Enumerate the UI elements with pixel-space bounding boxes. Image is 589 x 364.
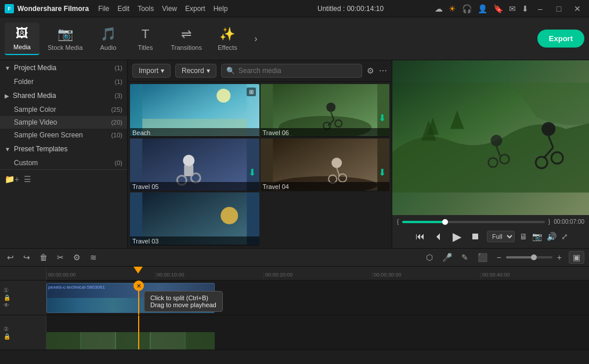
- progress-track[interactable]: [402, 221, 544, 223]
- record-button[interactable]: Record ▾: [175, 64, 216, 78]
- download-travel05-icon[interactable]: ⬇: [248, 167, 256, 178]
- toolbar-audio[interactable]: 🎵 Audio: [91, 23, 126, 54]
- add-folder-icon[interactable]: 📁+: [5, 174, 19, 184]
- play-button[interactable]: ▶: [450, 228, 464, 245]
- pip-button[interactable]: ⬛: [475, 252, 490, 263]
- menu-edit[interactable]: Edit: [117, 5, 129, 13]
- chevron-down-icon-2: ▼: [5, 146, 10, 152]
- step-back-button[interactable]: ⏴: [432, 230, 446, 243]
- toolbar-stock-media[interactable]: 📷 Stock Media: [42, 23, 89, 54]
- timestamp-label: 00:00:07:00: [554, 219, 584, 225]
- import-button[interactable]: Import ▾: [132, 64, 171, 78]
- timeline: ↩ ↪ 🗑 ✂ ⚙ ≋ ⬡ 🎤 ✎ ⬛ − + ▣ 00:00:00:00 00…: [0, 248, 589, 364]
- audio-lock-icon[interactable]: 🔒: [3, 333, 10, 340]
- lock-icon[interactable]: 🔒: [3, 294, 10, 301]
- sample-color-item[interactable]: Sample Color (25): [0, 103, 127, 116]
- right-bracket[interactable]: }: [548, 219, 550, 225]
- download-travel04-icon[interactable]: ⬇: [378, 167, 386, 178]
- search-input[interactable]: [239, 67, 357, 75]
- hide-icon[interactable]: 👁: [3, 302, 10, 308]
- media-item-travel03[interactable]: Travel 03: [130, 192, 259, 246]
- timeline-end-button[interactable]: ▣: [569, 251, 584, 264]
- preview-controls: { } 00:00:07:00 ⏮ ⏴ ▶ ⏹ Full 🖥 📷 🔊: [392, 215, 589, 248]
- delete-button[interactable]: 🗑: [37, 252, 50, 263]
- audio-track-content[interactable]: [46, 315, 589, 350]
- redo-button[interactable]: ↪: [21, 252, 32, 263]
- mask-button[interactable]: ⬡: [424, 252, 435, 263]
- sun-icon[interactable]: ☀: [449, 4, 456, 13]
- media-item-travel05[interactable]: ⬇ Travel 05: [130, 139, 259, 192]
- export-button[interactable]: Export: [537, 30, 584, 48]
- timeline-toolbar: ↩ ↪ 🗑 ✂ ⚙ ≋ ⬡ 🎤 ✎ ⬛ − + ▣: [0, 249, 589, 267]
- media-panel: Import ▾ Record ▾ 🔍 ⚙ ⋯: [128, 60, 392, 248]
- screenshot-icon[interactable]: 📷: [532, 232, 542, 241]
- travel05-label: Travel 05: [130, 182, 259, 191]
- mail-icon[interactable]: ✉: [509, 4, 516, 13]
- dropdown-arrow-icon: ▾: [161, 67, 164, 75]
- cut-button[interactable]: ✂: [55, 252, 66, 263]
- minimize-button[interactable]: –: [533, 4, 547, 13]
- menu-tools[interactable]: Tools: [138, 5, 154, 13]
- logo-icon: F: [5, 4, 14, 13]
- sample-video-item[interactable]: Sample Video (20): [0, 116, 127, 129]
- zoom-track[interactable]: [506, 256, 552, 259]
- preset-templates-header[interactable]: ▼ Preset Templates: [0, 141, 127, 156]
- cloud-icon[interactable]: ☁: [435, 4, 443, 13]
- shared-media-section: ▶ Shared Media (3): [0, 88, 127, 103]
- sample-video-section: Sample Video (20): [0, 116, 127, 129]
- toolbar-transitions[interactable]: ⇌ Transitions: [165, 23, 208, 54]
- annotation-button[interactable]: ✎: [459, 252, 471, 263]
- main-area: ▼ Project Media (1) Folder (1) ▶ Shared …: [0, 60, 589, 248]
- download-icon[interactable]: ⬇: [522, 4, 529, 13]
- list-view-icon[interactable]: ☰: [24, 174, 31, 184]
- video-track-content[interactable]: pexels-c-technical-5803061 ✕ Click to sp…: [46, 281, 589, 315]
- media-item-beach[interactable]: ⊞ Beach: [130, 84, 259, 137]
- project-media-header[interactable]: ▼ Project Media (1): [0, 60, 127, 75]
- zoom-thumb[interactable]: [531, 254, 537, 260]
- progress-thumb[interactable]: [442, 219, 448, 225]
- volume-icon[interactable]: 🔊: [547, 232, 557, 241]
- zoom-in-button[interactable]: +: [555, 252, 564, 263]
- quality-select[interactable]: Full: [487, 231, 515, 242]
- menu-view[interactable]: View: [162, 5, 177, 13]
- maximize-button[interactable]: □: [552, 4, 566, 13]
- custom-item[interactable]: Custom (0): [0, 156, 127, 169]
- bookmark-icon[interactable]: 🔖: [493, 4, 503, 13]
- voice-button[interactable]: 🎤: [440, 252, 454, 263]
- folder-item[interactable]: Folder (1): [0, 75, 127, 88]
- download-travel06-icon[interactable]: ⬇: [378, 112, 386, 123]
- left-panel: ▼ Project Media (1) Folder (1) ▶ Shared …: [0, 60, 128, 248]
- stop-button[interactable]: ⏹: [468, 230, 482, 243]
- undo-button[interactable]: ↩: [5, 252, 16, 263]
- ruler-mark-4: 00:00:40:00: [480, 272, 589, 279]
- media-item-travel04[interactable]: ⬇ Travel 04: [261, 139, 390, 192]
- menu-export[interactable]: Export: [185, 5, 205, 13]
- svg-point-17: [331, 158, 342, 168]
- more-tools-button[interactable]: ›: [247, 17, 265, 60]
- zoom-out-button[interactable]: −: [494, 252, 504, 263]
- audio-mix-button[interactable]: ≋: [88, 252, 99, 263]
- menu-help[interactable]: Help: [214, 5, 228, 13]
- media-item-travel06[interactable]: ⬇ Travel 06: [261, 84, 390, 137]
- sample-color-section: Sample Color (25): [0, 103, 127, 116]
- expand-icon[interactable]: ⤢: [561, 232, 568, 241]
- filter-icon[interactable]: ⚙: [367, 66, 374, 75]
- close-button[interactable]: ✕: [570, 4, 584, 13]
- monitor-icon[interactable]: 🖥: [519, 232, 527, 241]
- ruler-mark-2: 00:00:20:00: [263, 272, 372, 279]
- toolbar-titles[interactable]: T Titles: [128, 23, 163, 54]
- settings-button[interactable]: ⚙: [71, 252, 83, 263]
- zoom-controls: − +: [494, 252, 564, 263]
- grid-view-icon[interactable]: ⋯: [379, 66, 387, 75]
- shared-media-header[interactable]: ▶ Shared Media (3): [0, 88, 127, 103]
- search-box[interactable]: 🔍: [221, 64, 362, 78]
- toolbar-media[interactable]: 🖼 Media: [5, 23, 39, 55]
- split-marker: ✕: [133, 281, 144, 291]
- skip-back-button[interactable]: ⏮: [413, 230, 427, 243]
- sample-green-screen-item[interactable]: Sample Green Screen (10): [0, 129, 127, 141]
- toolbar-effects[interactable]: ✨ Effects: [210, 23, 245, 54]
- headphone-icon[interactable]: 🎧: [462, 4, 472, 13]
- menu-file[interactable]: File: [98, 5, 109, 13]
- left-bracket[interactable]: {: [397, 219, 399, 225]
- user-icon[interactable]: 👤: [478, 4, 487, 13]
